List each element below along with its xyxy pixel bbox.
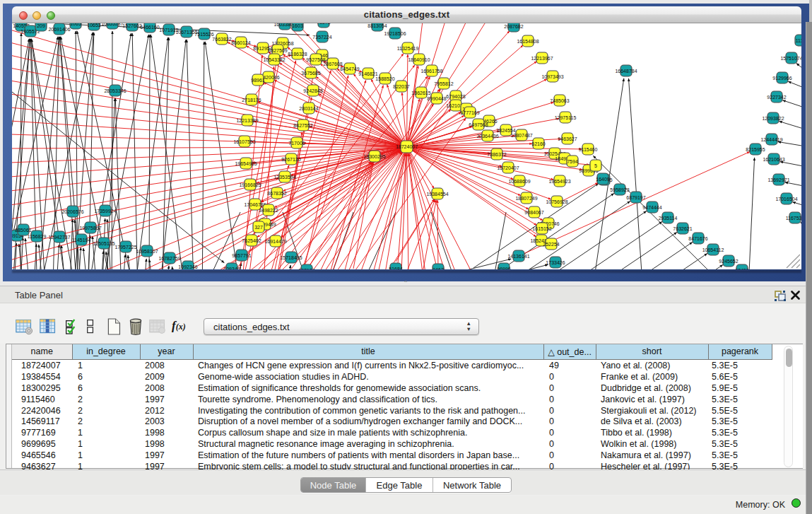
svg-text:6497568: 6497568 <box>469 122 488 127</box>
svg-text:3498222: 3498222 <box>259 208 278 213</box>
svg-text:10654112: 10654112 <box>702 247 724 252</box>
svg-text:1615152: 1615152 <box>532 226 551 231</box>
svg-text:10655287: 10655287 <box>101 23 123 26</box>
svg-text:8267130: 8267130 <box>281 157 300 162</box>
svg-text:16961758: 16961758 <box>420 69 442 74</box>
svg-text:18640910: 18640910 <box>408 57 430 62</box>
svg-text:2803144: 2803144 <box>299 106 318 111</box>
svg-text:16409: 16409 <box>596 177 610 182</box>
svg-text:1362615: 1362615 <box>411 90 430 95</box>
svg-text:18807249: 18807249 <box>515 196 537 201</box>
svg-text:8660124: 8660124 <box>231 40 250 45</box>
svg-text:19166825: 19166825 <box>239 182 261 187</box>
svg-text:9463: 9463 <box>433 267 444 270</box>
svg-text:16648784: 16648784 <box>615 69 637 74</box>
svg-text:2087682: 2087682 <box>504 24 523 29</box>
svg-text:51684: 51684 <box>389 267 403 270</box>
svg-text:16154808: 16154808 <box>517 39 539 44</box>
svg-text:9463627: 9463627 <box>558 136 577 141</box>
svg-text:19975867: 19975867 <box>79 226 101 230</box>
svg-text:2935114: 2935114 <box>659 216 678 221</box>
svg-text:98961: 98961 <box>251 78 265 83</box>
svg-text:20206576: 20206576 <box>61 209 83 214</box>
svg-text:209: 209 <box>37 23 45 28</box>
svg-text:9242848: 9242848 <box>303 88 322 93</box>
svg-text:1588520: 1588520 <box>375 76 394 81</box>
svg-text:9129966: 9129966 <box>772 76 792 81</box>
svg-text:15720407: 15720407 <box>497 165 519 170</box>
svg-text:20691406: 20691406 <box>48 27 70 32</box>
svg-text:10543382: 10543382 <box>263 57 285 62</box>
svg-text:62160: 62160 <box>531 141 546 146</box>
svg-text:9146821: 9146821 <box>358 71 377 76</box>
svg-text:16107553: 16107553 <box>233 139 255 144</box>
svg-text:12505135: 12505135 <box>93 241 114 246</box>
svg-text:8427552: 8427552 <box>293 123 312 128</box>
svg-text:8471676: 8471676 <box>688 236 707 241</box>
svg-text:2867608: 2867608 <box>323 62 342 66</box>
svg-text:7632621: 7632621 <box>673 226 692 231</box>
svg-text:9115460: 9115460 <box>579 147 598 152</box>
svg-text:15751074: 15751074 <box>780 56 801 61</box>
svg-text:717006: 717006 <box>288 141 305 146</box>
svg-text:73572: 73572 <box>317 23 331 25</box>
svg-text:7515526: 7515526 <box>194 32 213 37</box>
svg-text:157184: 157184 <box>298 268 314 270</box>
svg-text:1603: 1603 <box>292 23 303 28</box>
svg-text:9474444: 9474444 <box>642 205 661 210</box>
svg-text:8678352: 8678352 <box>267 191 286 196</box>
svg-text:7485063: 7485063 <box>550 98 569 103</box>
svg-text:9245652: 9245652 <box>719 259 738 264</box>
svg-text:7955812: 7955812 <box>434 81 453 86</box>
svg-text:3824554: 3824554 <box>496 128 515 133</box>
svg-text:10973493: 10973493 <box>541 74 563 79</box>
svg-text:1156829: 1156829 <box>28 234 47 239</box>
svg-text:19218506: 19218506 <box>384 31 406 36</box>
svg-text:109346: 109346 <box>223 267 240 270</box>
svg-text:7663822: 7663822 <box>212 37 231 42</box>
svg-text:7594: 7594 <box>567 159 578 164</box>
svg-text:9227342: 9227342 <box>767 95 786 100</box>
svg-text:12975115: 12975115 <box>555 115 577 120</box>
svg-text:885061: 885061 <box>15 228 31 233</box>
svg-text:9827509: 9827509 <box>268 48 287 53</box>
svg-text:9777169: 9777169 <box>460 110 479 115</box>
svg-text:12353594: 12353594 <box>273 175 295 180</box>
svg-text:1527602: 1527602 <box>122 23 141 28</box>
svg-text:8215955: 8215955 <box>746 147 765 152</box>
svg-text:7625402: 7625402 <box>242 238 261 243</box>
svg-text:13692971: 13692971 <box>767 177 789 182</box>
svg-text:10688609: 10688609 <box>508 179 530 184</box>
svg-text:12213389: 12213389 <box>236 118 258 123</box>
svg-text:1167533: 1167533 <box>786 216 801 221</box>
svg-text:252254: 252254 <box>543 242 559 247</box>
svg-text:9857791: 9857791 <box>232 253 251 258</box>
svg-text:1145194: 1145194 <box>72 238 91 243</box>
svg-text:16782759: 16782759 <box>158 256 180 261</box>
svg-text:9084067: 9084067 <box>524 210 543 215</box>
svg-text:2718176: 2718176 <box>242 98 261 103</box>
svg-text:15718485: 15718485 <box>280 255 302 260</box>
svg-text:11325419: 11325419 <box>397 46 419 51</box>
svg-text:28053346: 28053346 <box>104 88 126 93</box>
svg-text:12093822: 12093822 <box>762 116 784 121</box>
svg-text:1733426: 1733426 <box>546 260 565 265</box>
svg-text:92456: 92456 <box>735 268 749 270</box>
svg-text:7386372: 7386372 <box>487 152 506 157</box>
svg-text:3675685: 3675685 <box>301 71 320 76</box>
svg-text:8454749: 8454749 <box>340 66 359 71</box>
svg-text:19384554: 19384554 <box>426 192 448 197</box>
svg-text:327: 327 <box>254 225 263 230</box>
svg-text:12942737: 12942737 <box>48 235 70 240</box>
svg-text:17957225: 17957225 <box>114 245 136 250</box>
svg-text:18300295: 18300295 <box>363 154 385 159</box>
svg-text:1092346: 1092346 <box>178 264 197 269</box>
svg-text:1065: 1065 <box>70 23 81 26</box>
svg-text:20364436: 20364436 <box>476 134 498 139</box>
svg-text:10807487: 10807487 <box>510 133 532 138</box>
svg-text:17016504: 17016504 <box>775 197 797 201</box>
svg-text:6879197: 6879197 <box>626 195 645 200</box>
svg-text:18724007: 18724007 <box>396 144 418 149</box>
svg-text:8990448: 8990448 <box>427 96 446 101</box>
svg-text:19654985: 19654985 <box>235 161 257 166</box>
